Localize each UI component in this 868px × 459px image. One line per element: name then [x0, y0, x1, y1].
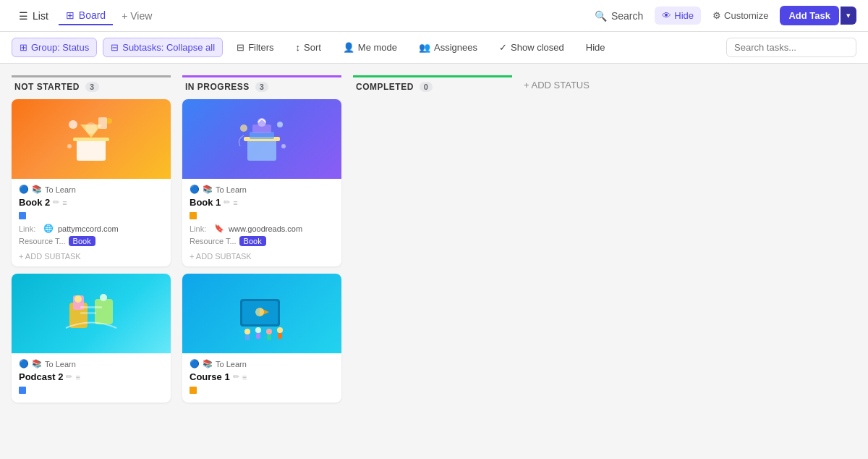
svg-point-2 — [69, 120, 77, 129]
add-status-btn[interactable]: + ADD STATUS — [524, 80, 590, 90]
svg-rect-29 — [256, 333, 260, 339]
svg-point-32 — [277, 327, 283, 333]
nav-left: ☰ List ⊞ Board + View — [12, 7, 158, 25]
column-header-in-progress: IN PROGRESS 3 — [182, 75, 341, 99]
card-podcast2[interactable]: 🔵 📚 To Learn Podcast 2 ✏ ≡ — [12, 274, 171, 403]
nav-board-label: Board — [79, 9, 106, 21]
card-book1-body: 🔵 📚 To Learn Book 1 ✏ ≡ Link: 🔖 www.good… — [182, 179, 341, 266]
add-view-btn[interactable]: + View — [116, 7, 158, 25]
svg-point-11 — [100, 294, 107, 301]
card-course1-emoji: 🔵 — [190, 359, 200, 369]
svg-point-21 — [281, 144, 286, 148]
sort-btn[interactable]: ↕ Sort — [288, 38, 329, 57]
card-book1-link-icon: 🔖 — [214, 224, 224, 233]
card-book2-link-value[interactable]: pattymccord.com — [58, 224, 119, 233]
svg-rect-33 — [278, 333, 282, 339]
svg-rect-12 — [80, 306, 102, 308]
not-started-label: NOT STARTED — [14, 82, 80, 92]
eye-icon: 👁 — [662, 10, 671, 21]
card-course1-flag — [190, 387, 197, 394]
add-status-label: + ADD STATUS — [524, 80, 590, 90]
card-podcast2-list: To Learn — [45, 360, 76, 369]
card-podcast2-emoji2: 📚 — [32, 359, 42, 369]
card-book1-menu-icon[interactable]: ≡ — [233, 198, 237, 207]
subtasks-btn[interactable]: ⊟ Subtasks: Collapse all — [103, 38, 223, 57]
closed-icon: ✓ — [499, 42, 507, 53]
customize-label: Customize — [724, 10, 768, 21]
hide-toolbar-label: Hide — [586, 42, 605, 53]
nav-list-label: List — [33, 10, 48, 22]
add-status-column: + ADD STATUS — [524, 75, 596, 447]
toolbar: ⊞ Group: Status ⊟ Subtasks: Collapse all… — [0, 32, 868, 64]
card-book1-add-subtask[interactable]: + ADD SUBTASK — [190, 249, 334, 262]
show-closed-btn[interactable]: ✓ Show closed — [491, 38, 572, 57]
card-course1-emoji2: 📚 — [203, 359, 213, 369]
add-task-chevron[interactable]: ▾ — [841, 7, 856, 25]
card-book1-tag[interactable]: Book — [239, 236, 266, 246]
card-book2-add-subtask[interactable]: + ADD SUBTASK — [19, 249, 163, 262]
add-task-button[interactable]: Add Task — [780, 6, 839, 25]
card-course1-body: 🔵 📚 To Learn Course 1 ✏ ≡ — [182, 353, 341, 403]
card-podcast2-menu-icon[interactable]: ≡ — [75, 373, 80, 382]
filters-label: Filters — [248, 42, 273, 53]
card-podcast2-edit-icon[interactable]: ✏ — [66, 372, 72, 382]
svg-rect-31 — [267, 334, 271, 340]
card-course1-title: Course 1 — [190, 371, 230, 382]
svg-rect-5 — [98, 117, 107, 129]
nav-list[interactable]: ☰ List — [12, 7, 56, 25]
card-book1-title-row: Book 1 ✏ ≡ — [190, 197, 334, 208]
svg-point-9 — [75, 295, 82, 303]
card-course1-title-row: Course 1 ✏ ≡ — [190, 371, 334, 382]
card-book2-meta: 🔵 📚 To Learn — [19, 185, 163, 194]
svg-rect-14 — [247, 139, 276, 161]
svg-point-25 — [255, 308, 264, 316]
svg-rect-27 — [245, 334, 250, 340]
group-icon: ⊞ — [20, 42, 27, 53]
card-book1-link-value[interactable]: www.goodreads.com — [229, 224, 302, 233]
toolbar-right — [726, 38, 856, 57]
me-mode-btn[interactable]: 👤 Me mode — [335, 38, 405, 57]
search-tasks-input[interactable] — [726, 38, 856, 57]
card-book2-emoji: 🔵 — [19, 185, 29, 194]
card-book1-edit-icon[interactable]: ✏ — [224, 198, 230, 207]
not-started-count: 3 — [85, 82, 99, 92]
subtasks-label: Subtasks: Collapse all — [122, 42, 215, 53]
sort-icon: ↕ — [296, 42, 301, 53]
card-book2-menu-icon[interactable]: ≡ — [62, 198, 67, 207]
group-status-btn[interactable]: ⊞ Group: Status — [12, 38, 97, 57]
hide-toolbar-btn[interactable]: Hide — [578, 38, 613, 57]
settings-icon: ⚙ — [712, 10, 721, 21]
me-icon: 👤 — [343, 42, 354, 53]
column-in-progress: IN PROGRESS 3 — [182, 75, 341, 447]
subtasks-icon: ⊟ — [111, 42, 119, 53]
card-course1[interactable]: 🔵 📚 To Learn Course 1 ✏ ≡ — [182, 274, 341, 403]
card-podcast2-meta: 🔵 📚 To Learn — [19, 359, 163, 369]
sort-label: Sort — [304, 42, 321, 53]
toolbar-left: ⊞ Group: Status ⊟ Subtasks: Collapse all… — [12, 38, 613, 57]
filters-btn[interactable]: ⊟ Filters — [229, 38, 281, 57]
card-book2[interactable]: 🔵 📚 To Learn Book 2 ✏ ≡ Link: 🌐 pattymcc… — [12, 99, 171, 266]
column-not-started: NOT STARTED 3 🔵 📚 — [12, 75, 171, 447]
card-book1-meta: 🔵 📚 To Learn — [190, 185, 334, 194]
hide-btn[interactable]: 👁 Hide — [655, 7, 701, 25]
card-book2-tag[interactable]: Book — [69, 236, 95, 246]
card-book1[interactable]: 🔵 📚 To Learn Book 1 ✏ ≡ Link: 🔖 www.good… — [182, 99, 341, 266]
completed-count: 0 — [420, 82, 433, 92]
card-book2-title: Book 2 — [19, 197, 50, 208]
card-course1-menu-icon[interactable]: ≡ — [242, 373, 247, 382]
search-icon: 🔍 — [595, 10, 607, 22]
search-btn[interactable]: 🔍 Search — [589, 7, 649, 25]
svg-rect-13 — [80, 312, 96, 314]
svg-point-30 — [266, 329, 272, 334]
assignees-label: Assignees — [434, 42, 477, 53]
card-book2-edit-icon[interactable]: ✏ — [53, 198, 59, 207]
card-course1-edit-icon[interactable]: ✏ — [233, 372, 239, 382]
completed-label: COMPLETED — [356, 82, 414, 92]
customize-btn[interactable]: ⚙ Customize — [707, 7, 774, 25]
card-book2-link-field: Link: 🌐 pattymccord.com — [19, 224, 163, 233]
card-book2-flag — [19, 212, 26, 219]
assignees-btn[interactable]: 👥 Assignees — [411, 38, 485, 57]
nav-board[interactable]: ⊞ Board — [59, 7, 113, 25]
svg-point-6 — [85, 122, 97, 134]
column-completed: COMPLETED 0 — [353, 75, 512, 447]
